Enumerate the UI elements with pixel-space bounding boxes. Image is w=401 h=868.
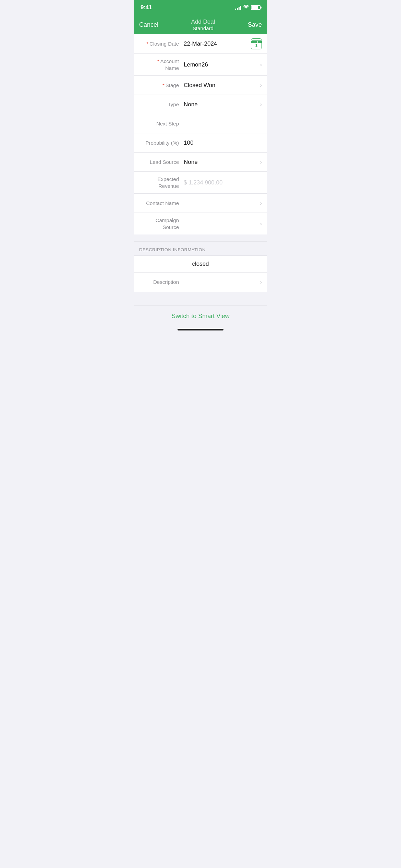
status-bar: 9:41: [134, 0, 267, 15]
nav-title: Add Deal Standard: [191, 19, 215, 31]
section-header-text: DESCRIPTION INFORMATION: [139, 247, 206, 252]
description-section: closed Description ›: [134, 256, 267, 292]
calendar-number: 1: [255, 43, 257, 47]
type-value: None: [184, 101, 198, 108]
section-spacer: [134, 234, 267, 241]
nav-title-main: Add Deal: [191, 19, 215, 25]
bottom-section: Switch to Smart View: [134, 305, 267, 325]
home-indicator: [134, 325, 267, 337]
chevron-right-icon: ›: [260, 62, 262, 68]
description-label: Description: [153, 279, 179, 285]
campaign-source-label: CampaignSource: [156, 217, 179, 230]
chevron-right-icon: ›: [260, 159, 262, 165]
description-section-header: DESCRIPTION INFORMATION: [134, 241, 267, 256]
wifi-icon: [243, 5, 249, 10]
calendar-icon[interactable]: 1: [251, 38, 262, 49]
save-button[interactable]: Save: [248, 21, 262, 28]
expected-revenue-value: $ 1,234,900.00: [184, 179, 222, 186]
home-bar: [178, 329, 223, 330]
chevron-right-icon: ›: [260, 221, 262, 227]
closing-date-row[interactable]: *Closing Date 22-Mar-2024 1: [134, 34, 267, 54]
type-row[interactable]: Type None ›: [134, 95, 267, 114]
stage-label: *Stage: [162, 82, 179, 88]
form-content: *Closing Date 22-Mar-2024 1 *AccountName…: [134, 34, 267, 234]
chevron-right-icon: ›: [260, 279, 262, 285]
campaign-source-row[interactable]: CampaignSource ›: [134, 213, 267, 234]
next-step-label: Next Step: [156, 121, 179, 126]
contact-name-row[interactable]: Contact Name ›: [134, 194, 267, 213]
cancel-button[interactable]: Cancel: [139, 21, 158, 28]
chevron-right-icon: ›: [260, 200, 262, 206]
lead-source-value: None: [184, 159, 198, 166]
probability-value: 100: [184, 140, 193, 146]
closed-label: closed: [139, 261, 262, 267]
lead-source-row[interactable]: Lead Source None ›: [134, 153, 267, 172]
closing-date-label: *Closing Date: [146, 41, 179, 47]
account-name-value: Lemon26: [184, 61, 208, 68]
type-label: Type: [168, 101, 179, 107]
status-icons: [235, 5, 260, 10]
nav-bar: Cancel Add Deal Standard Save: [134, 15, 267, 34]
expected-revenue-row: ExpectedRevenue $ 1,234,900.00: [134, 172, 267, 194]
probability-label: Probability (%): [145, 140, 179, 146]
stage-row[interactable]: *Stage Closed Won ›: [134, 76, 267, 95]
battery-icon: [251, 5, 260, 10]
contact-name-label: Contact Name: [146, 200, 179, 206]
expected-revenue-label: ExpectedRevenue: [157, 176, 179, 189]
probability-row[interactable]: Probability (%) 100: [134, 133, 267, 153]
signal-icon: [235, 5, 241, 10]
nav-title-sub: Standard: [191, 25, 215, 31]
status-time: 9:41: [141, 4, 152, 11]
required-star: *: [146, 41, 148, 47]
switch-to-smart-view-button[interactable]: Switch to Smart View: [171, 313, 230, 320]
next-step-row[interactable]: Next Step: [134, 114, 267, 133]
chevron-right-icon: ›: [260, 101, 262, 108]
chevron-right-icon: ›: [260, 82, 262, 88]
lead-source-label: Lead Source: [150, 159, 179, 165]
stage-value: Closed Won: [184, 82, 215, 89]
closing-date-value: 22-Mar-2024: [184, 40, 217, 47]
bottom-spacer: [134, 292, 267, 305]
description-row[interactable]: Description ›: [134, 273, 267, 292]
closed-label-row: closed: [134, 256, 267, 273]
account-name-row[interactable]: *AccountName Lemon26 ›: [134, 54, 267, 76]
required-star: *: [162, 82, 165, 88]
account-name-label: *AccountName: [157, 58, 179, 71]
required-star: *: [157, 58, 159, 64]
